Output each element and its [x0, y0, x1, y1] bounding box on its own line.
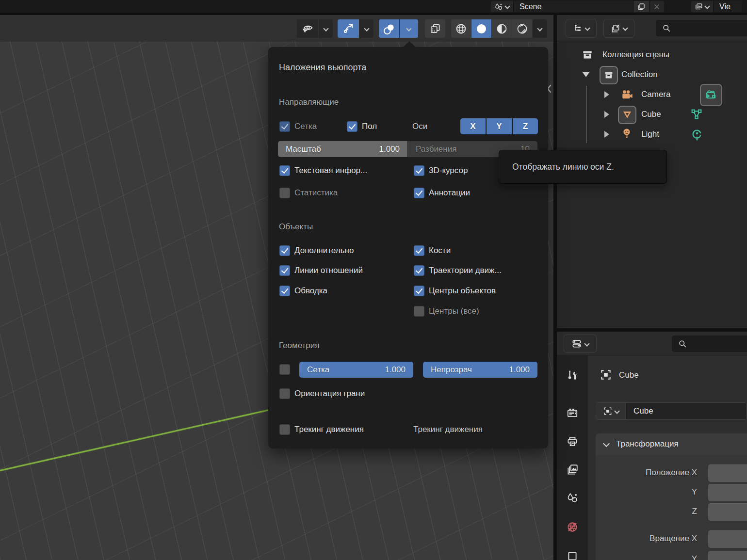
- properties-search-input[interactable]: [672, 336, 747, 352]
- object-id-field[interactable]: Cube: [596, 402, 747, 420]
- scene-name-field[interactable]: Scene: [514, 1, 633, 12]
- location-z-input[interactable]: [708, 503, 747, 521]
- outliner-row-scene-collection[interactable]: Коллекция сцены: [557, 45, 747, 64]
- rotation-y-label: Y: [596, 554, 697, 560]
- location-x-input[interactable]: [708, 464, 747, 482]
- overlays-dropdown[interactable]: [400, 19, 418, 38]
- tab-output[interactable]: [563, 432, 582, 451]
- popover-arrow: [403, 41, 416, 48]
- view-layer-field[interactable]: Vie: [714, 1, 742, 12]
- shading-wireframe-button[interactable]: [451, 19, 471, 38]
- transform-panel-header[interactable]: Трансформация: [596, 433, 747, 455]
- search-icon: [662, 23, 671, 33]
- outliner-header: [557, 15, 747, 41]
- transform-panel-title: Трансформация: [616, 439, 679, 449]
- properties-editor-type-button[interactable]: [564, 335, 597, 353]
- shading-dropdown[interactable]: [533, 19, 547, 38]
- shading-solid-button[interactable]: [471, 19, 491, 38]
- y-axis-line: [0, 408, 275, 471]
- checkbox-extras-label: Дополнительно: [294, 245, 354, 256]
- outliner-row-camera[interactable]: Camera: [557, 84, 747, 104]
- checkbox-relationship-lines-label: Линии отношений: [294, 265, 363, 276]
- outliner-row-cube[interactable]: Cube: [557, 104, 747, 124]
- checkbox-floor[interactable]: [347, 121, 357, 132]
- display-mode-button[interactable]: [603, 19, 634, 38]
- object-breadcrumb-icon: [600, 368, 612, 381]
- location-y-label: Y: [596, 487, 697, 497]
- checkbox-origins[interactable]: [414, 286, 424, 296]
- mesh-data-icon[interactable]: [689, 107, 704, 122]
- delete-scene-button[interactable]: [650, 1, 664, 12]
- chevron-down-icon: [585, 342, 589, 346]
- eye-cursor-icon: [301, 22, 314, 35]
- chevron-down-icon: [406, 27, 411, 31]
- rotation-y-input[interactable]: [708, 551, 747, 560]
- light-data-icon[interactable]: [689, 127, 705, 142]
- gizmo-dropdown[interactable]: [359, 19, 374, 38]
- camera-object-icon: [620, 88, 633, 101]
- checkbox-3d-cursor[interactable]: [414, 165, 424, 176]
- object-id-name: Cube: [627, 403, 747, 419]
- checkbox-statistics[interactable]: [279, 188, 290, 198]
- location-z-label: Z: [596, 507, 697, 516]
- copy-icon: [637, 2, 646, 11]
- checkbox-origins-all[interactable]: [414, 306, 424, 317]
- light-label: Light: [641, 129, 659, 140]
- tab-tool[interactable]: [563, 366, 582, 385]
- new-scene-button[interactable]: [633, 1, 649, 12]
- opacity-slider[interactable]: Непрозрач 1.000: [423, 362, 537, 378]
- tab-object[interactable]: [563, 546, 582, 560]
- checkbox-face-orientation[interactable]: [279, 388, 290, 399]
- object-visibility-button[interactable]: [297, 19, 318, 38]
- location-y-input[interactable]: [708, 484, 747, 501]
- outliner-row-light[interactable]: Light: [557, 124, 747, 144]
- chevron-down-icon: [603, 441, 609, 446]
- chevron-down-icon: [364, 27, 369, 31]
- expand-caret-icon[interactable]: [583, 72, 589, 77]
- outliner-row-collection[interactable]: Collection: [557, 64, 747, 84]
- axis-z-toggle[interactable]: Z: [512, 118, 538, 134]
- checkbox-outline[interactable]: [279, 286, 290, 296]
- tab-render[interactable]: [563, 403, 582, 422]
- collapse-caret-icon[interactable]: [604, 131, 609, 138]
- view-layer-value: Vie: [719, 2, 731, 11]
- collapse-caret-icon[interactable]: [604, 111, 609, 118]
- xray-toggle-button[interactable]: [425, 19, 445, 38]
- object-visibility-dropdown[interactable]: [319, 19, 333, 38]
- chevron-down-icon: [324, 27, 328, 31]
- axis-y-toggle[interactable]: Y: [486, 118, 512, 134]
- chevron-down-icon: [537, 27, 542, 31]
- blender-window: Scene Vie: [0, 0, 747, 560]
- scene-selector-button[interactable]: [491, 1, 513, 12]
- checkbox-extras[interactable]: [279, 245, 290, 256]
- show-gizmo-button[interactable]: [338, 19, 359, 38]
- outliner-tree-icon: [573, 24, 583, 33]
- shading-rendered-button[interactable]: [512, 19, 532, 38]
- view-layer-button[interactable]: [691, 1, 713, 12]
- checkbox-motion-tracking[interactable]: [279, 424, 290, 435]
- rotation-x-input[interactable]: [708, 530, 747, 548]
- checkbox-bones[interactable]: [414, 245, 424, 256]
- checkbox-text-info[interactable]: [279, 165, 290, 176]
- camera-data-icon[interactable]: [700, 84, 722, 106]
- chevron-down-icon: [505, 4, 510, 9]
- editor-type-button[interactable]: [566, 19, 597, 38]
- grid-scale-slider[interactable]: Масштаб 1.000: [278, 141, 407, 157]
- checkbox-motion-paths[interactable]: [414, 265, 424, 276]
- scene-icon: [494, 2, 503, 11]
- properties-sliders-icon: [571, 338, 582, 349]
- wireframe-slider[interactable]: Сетка 1.000: [299, 362, 413, 378]
- axis-x-toggle[interactable]: X: [460, 118, 486, 134]
- tab-world[interactable]: [563, 517, 582, 537]
- object-id-icon-segment[interactable]: [596, 403, 627, 419]
- tab-scene[interactable]: [563, 488, 582, 508]
- checkbox-annotations[interactable]: [414, 188, 424, 198]
- checkbox-wireframe[interactable]: [279, 364, 290, 375]
- show-overlays-button[interactable]: [379, 19, 399, 38]
- outliner-search-input[interactable]: [656, 20, 747, 36]
- checkbox-relationship-lines[interactable]: [279, 265, 290, 276]
- tab-view-layer[interactable]: [563, 460, 582, 480]
- checkbox-grid[interactable]: [279, 121, 290, 132]
- collapse-caret-icon[interactable]: [604, 91, 609, 98]
- shading-material-button[interactable]: [492, 19, 512, 38]
